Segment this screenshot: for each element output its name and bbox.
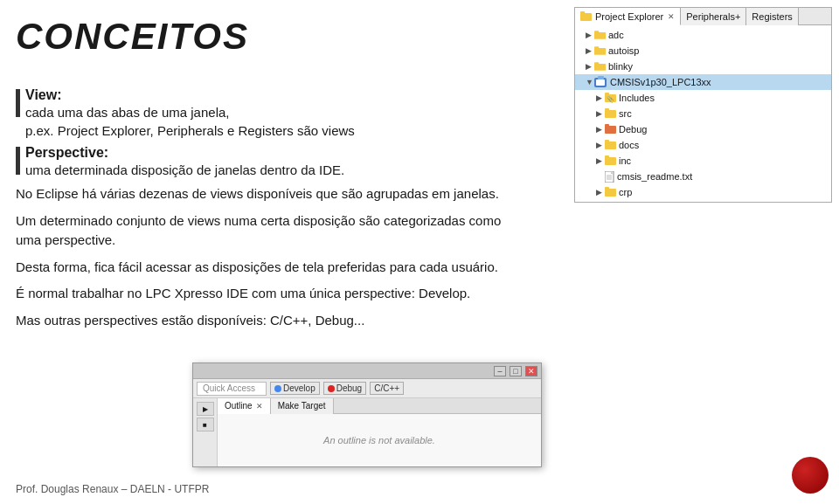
tree-label-cmsis: CMSISv1p30_LPC13xx (610, 77, 711, 87)
tab-peripherals[interactable]: Peripherals+ (681, 8, 746, 25)
stop-button[interactable]: ■ (197, 418, 214, 432)
svg-rect-20 (605, 157, 616, 165)
tree-item-debug[interactable]: ▶ Debug (575, 121, 831, 137)
project-explorer-panel: Project Explorer ✕ Peripherals+ Register… (574, 7, 832, 203)
tree-item-blinky[interactable]: ▶ blinky (575, 59, 831, 74)
svg-rect-14 (605, 110, 616, 118)
tree-label-includes: Includes (619, 93, 655, 103)
ide-close-button[interactable]: ✕ (525, 366, 537, 376)
svg-rect-6 (594, 64, 606, 71)
arrow-docs: ▶ (596, 141, 605, 149)
svg-rect-16 (605, 126, 616, 134)
paragraph-4: É normal trabalhar no LPC Xpresso IDE co… (16, 284, 514, 304)
ide-minimize-button[interactable]: – (494, 366, 506, 376)
view-text: cada uma das abas de uma janela, (25, 105, 230, 120)
svg-rect-28 (605, 187, 609, 190)
tree-item-cmsis[interactable]: ▼ CMSISv1p30_LPC13xx (575, 74, 831, 90)
svg-rect-27 (605, 189, 616, 197)
perspective-section: Perspective: uma determinada disposição … (16, 145, 514, 179)
svg-rect-4 (594, 48, 606, 55)
svg-rect-1 (580, 11, 585, 14)
ide-titlebar: – □ ✕ (193, 363, 541, 379)
tree-item-readme[interactable]: ▶ cmsis_readme.txt (575, 169, 831, 184)
svg-rect-5 (594, 46, 599, 49)
paragraph-5: Mas outras perspectives estão disponívei… (16, 311, 514, 331)
arrow-autoisp: ▶ (586, 46, 594, 55)
arrow-blinky: ▶ (586, 62, 594, 71)
project-explorer-tabs: Project Explorer ✕ Peripherals+ Register… (575, 8, 831, 25)
tree-label-blinky: blinky (608, 61, 633, 72)
tree-label-debug: Debug (619, 124, 647, 135)
svg-rect-0 (580, 13, 592, 21)
paragraph-2: Um determinado conjunto de views numa ce… (16, 211, 514, 251)
arrow-includes: ▶ (596, 93, 605, 102)
debug-toolbar-button[interactable]: Debug (323, 382, 366, 395)
svg-rect-21 (605, 155, 609, 158)
section-bar (16, 89, 20, 117)
ide-content-message: An outline is not available. (323, 435, 435, 445)
ide-toolbar: Quick Access Develop Debug C/C++ (193, 379, 541, 398)
red-circle-decoration (792, 457, 829, 494)
tab-registers[interactable]: Registers (746, 8, 798, 25)
perspective-text: uma determinada disposição de janelas de… (25, 162, 344, 177)
debug-dot (328, 385, 335, 392)
develop-label: Develop (283, 383, 315, 393)
folder-icon-src (605, 108, 617, 119)
arrow-adc: ▶ (586, 31, 594, 39)
includes-folder-icon: 📎 (605, 93, 617, 103)
tree-label-adc: adc (608, 30, 624, 40)
svg-rect-3 (594, 31, 599, 33)
tree-label-readme: cmsis_readme.txt (617, 171, 692, 182)
ide-main-area: Outline ✕ Make Target An outline is not … (218, 398, 541, 466)
perspective-heading: Perspective: (25, 145, 108, 160)
tab-project-explorer[interactable]: Project Explorer ✕ (575, 8, 681, 25)
develop-dot (274, 385, 281, 392)
tab-peripherals-label: Peripherals+ (686, 11, 740, 22)
svg-rect-12 (605, 93, 609, 95)
ide-screenshot: – □ ✕ Quick Access Develop Debug C/C++ ▶… (192, 362, 542, 467)
project-explorer-tree: ▶ adc ▶ autoisp ▶ blinky (575, 25, 831, 202)
cpp-label: C/C++ (374, 383, 399, 393)
footer-text: Prof. Douglas Renaux – DAELN - UTFPR (16, 483, 209, 495)
ide-maximize-button[interactable]: □ (510, 366, 522, 376)
play-button[interactable]: ▶ (197, 402, 214, 416)
tree-item-inc[interactable]: ▶ inc (575, 153, 831, 169)
tree-item-crp[interactable]: ▶ crp (575, 184, 831, 200)
tab-outline-close[interactable]: ✕ (256, 402, 263, 411)
folder-icon-inc (605, 155, 617, 166)
folder-icon-debug (605, 124, 617, 135)
paragraph-1: No Eclipse há várias dezenas de views di… (16, 184, 514, 204)
page-title: CONCEITOS (16, 16, 249, 58)
arrow-debug: ▶ (596, 125, 605, 134)
tree-item-adc[interactable]: ▶ adc (575, 27, 831, 43)
tab-registers-label: Registers (752, 11, 792, 22)
tab-outline[interactable]: Outline ✕ (218, 398, 271, 414)
quick-access-placeholder: Quick Access (203, 383, 255, 393)
svg-rect-9 (596, 79, 605, 86)
ide-content-area: An outline is not available. (218, 414, 541, 466)
arrow-crp: ▶ (596, 188, 605, 197)
project-explorer-tab-icon (580, 11, 593, 22)
cpp-button[interactable]: C/C++ (370, 382, 404, 395)
tree-item-src[interactable]: ▶ src (575, 106, 831, 121)
project-icon-cmsis (594, 76, 608, 88)
arrow-inc: ▶ (596, 156, 605, 165)
paragraph-3: Desta forma, fica fácil acessar as dispo… (16, 258, 514, 278)
tab-project-explorer-close[interactable]: ✕ (668, 12, 675, 21)
develop-button[interactable]: Develop (270, 382, 320, 395)
svg-rect-2 (594, 32, 606, 39)
svg-rect-10 (598, 76, 604, 79)
tree-label-src: src (619, 108, 632, 119)
folder-icon-docs (605, 140, 617, 150)
folder-icon-crp (605, 187, 617, 197)
folder-icon-adc (594, 30, 607, 40)
tree-label-docs: docs (619, 140, 639, 150)
tree-item-docs[interactable]: ▶ docs (575, 137, 831, 153)
tab-make-target[interactable]: Make Target (271, 398, 334, 414)
view-ex-text: p.ex. Project Explorer, Peripherals e Re… (25, 123, 355, 138)
folder-icon-blinky (594, 61, 607, 72)
arrow-src: ▶ (596, 109, 605, 118)
tree-item-includes[interactable]: ▶ 📎 Includes (575, 90, 831, 106)
quick-access-input[interactable]: Quick Access (197, 382, 267, 396)
tree-item-autoisp[interactable]: ▶ autoisp (575, 43, 831, 59)
